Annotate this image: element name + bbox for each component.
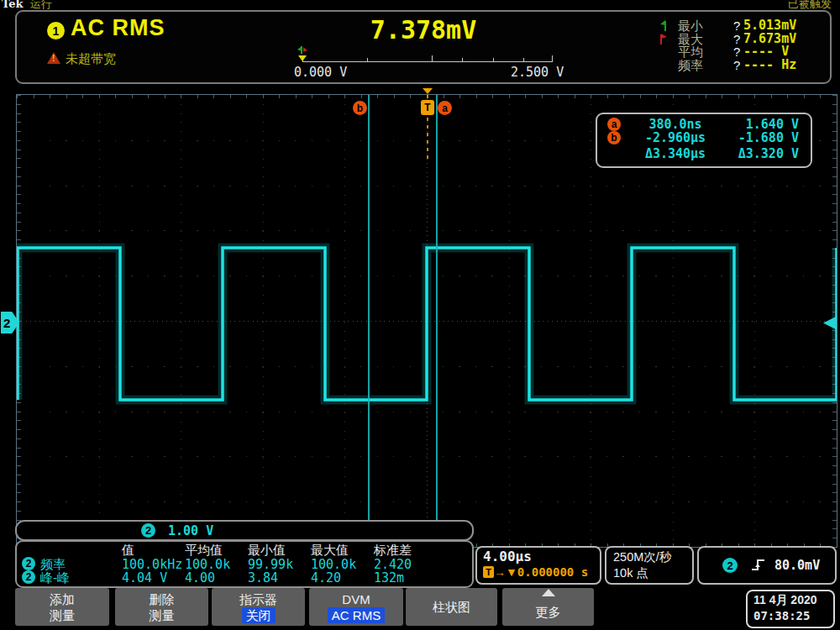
channel-2-badge: 2 <box>22 570 35 584</box>
measurement-table: 值 平均值 最小值 最大值 标准差 2 频率 100.0kHz 100.0k 9… <box>15 540 474 588</box>
dvm-scale-max-label: 2.500 V <box>511 65 564 80</box>
sample-rate: 250M次/秒 <box>613 549 671 565</box>
dvm-stat-freq: 频率 ? ---- Hz <box>669 59 825 72</box>
tek-logo: Tek <box>2 0 23 9</box>
menu-add-measurement-button[interactable]: 添加 测量 <box>15 588 109 626</box>
datetime-box: 11 4月 2020 07:38:25 <box>746 590 835 628</box>
trigger-source-badge: 2 <box>722 558 738 573</box>
dvm-statistics: 最小 ? 5.013mV 最大 ? 7.673mV 平均 ? ---- V 频率… <box>669 19 825 71</box>
trigger-t-icon: T <box>483 566 494 578</box>
horizontal-scale: 4.00µs <box>483 549 532 564</box>
time-label: 07:38:25 <box>753 609 810 622</box>
dvm-state-badge: AC RMS <box>328 607 385 623</box>
max-flag-icon <box>659 33 668 45</box>
trigger-settings-box[interactable]: 2 80.0mV <box>697 546 837 585</box>
channel-2-scale-bar[interactable]: 2 1.00 V <box>15 520 474 541</box>
horizontal-position: T→▼0.000000 s <box>483 565 588 579</box>
trigger-level: 80.0mV <box>774 558 820 573</box>
dvm-scale-min-label: 0.000 V <box>294 65 347 80</box>
scale-tick <box>493 58 494 62</box>
cursor-delta-readout: Δ3.340µs Δ3.320 V <box>597 146 811 162</box>
menu-histogram-button[interactable]: 柱状图 <box>406 588 497 626</box>
record-length: 10k 点 <box>613 565 648 581</box>
channel-2-scale: 1.00 V <box>168 523 213 538</box>
cursor-a-line[interactable] <box>436 95 438 522</box>
trigger-position-marker[interactable]: T <box>421 100 434 115</box>
dvm-scale-bar <box>302 61 552 62</box>
cursor-b-readout: b -2.960µs -1.680 V <box>597 130 811 146</box>
menu-indicators-button[interactable]: 指示器 关闭 <box>212 588 305 626</box>
cursor-b-badge: b <box>607 131 621 144</box>
dvm-scale-marker-icon <box>297 45 307 62</box>
scale-tick <box>367 58 368 62</box>
menu-dvm-button[interactable]: DVM AC RMS <box>309 588 403 626</box>
bandwidth-warning: 未超带宽 <box>47 51 116 67</box>
menu-delete-measurement-button[interactable]: 删除 测量 <box>115 588 208 626</box>
min-flag-icon <box>659 19 668 32</box>
channel-2-badge: 2 <box>141 523 155 538</box>
channel-2-badge: 2 <box>22 557 35 570</box>
cursor-b-line[interactable] <box>368 95 370 522</box>
graticule: b T a 2 a 380.0ns 1.640 V b -2.960µs -1.… <box>16 94 837 548</box>
dvm-panel: 1 AC RMS 未超带宽 7.378mV 0.000 V 2.500 V 最小 <box>15 10 832 84</box>
trigger-position-arrow-icon <box>423 88 433 94</box>
cursor-b-marker[interactable]: b <box>353 101 367 115</box>
measurement-row-peak-to-peak[interactable]: 2 峰-峰 4.04 V 4.00 3.84 4.20 132m <box>17 570 472 584</box>
status-bar: Tek 运行 已被触发 <box>0 0 840 10</box>
oscilloscope-screen: Tek 运行 已被触发 1 AC RMS 未超带宽 7.378mV 0.000 … <box>0 0 840 630</box>
acquisition-info-box[interactable]: 250M次/秒 10k 点 <box>605 546 694 585</box>
horizontal-settings-box[interactable]: 4.00µs T→▼0.000000 s <box>475 546 601 585</box>
cursor-readout-box: a 380.0ns 1.640 V b -2.960µs -1.680 V Δ3… <box>596 113 812 168</box>
date-label: 11 4月 2020 <box>753 593 817 608</box>
trigger-status: 已被触发 <box>788 0 832 9</box>
scale-tick <box>432 55 433 62</box>
indicators-state-badge: 关闭 <box>242 607 276 623</box>
scale-tick <box>462 58 463 62</box>
more-up-arrow-icon <box>542 589 555 596</box>
measurement-row-frequency[interactable]: 2 频率 100.0kHz 100.0k 99.99k 100.0k 2.420 <box>17 557 472 570</box>
menu-more-button[interactable]: 更多 <box>502 588 594 626</box>
run-status: 运行 <box>30 0 52 9</box>
warning-icon <box>47 52 60 64</box>
scale-tick <box>523 58 524 62</box>
cursor-a-marker[interactable]: a <box>438 101 452 115</box>
scale-tick <box>552 55 553 62</box>
rising-edge-icon <box>751 558 766 573</box>
